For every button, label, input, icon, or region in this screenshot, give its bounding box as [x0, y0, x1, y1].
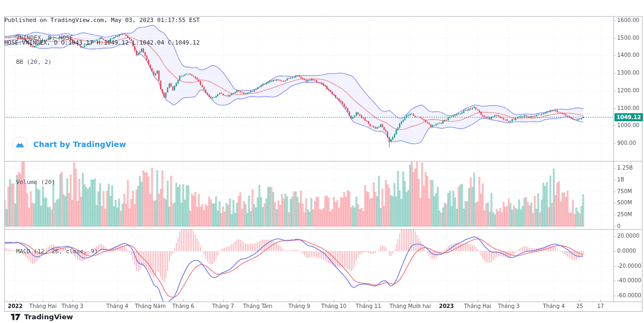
bollinger-legend: BB (20, 2)	[16, 58, 73, 66]
tradingview-attribution[interactable]: Chart by TradingView	[12, 136, 126, 152]
month-label: Tháng 9	[288, 303, 310, 309]
macd-tick-label: -60.0000	[617, 292, 641, 298]
price-tick-label: 1200.00	[617, 87, 639, 93]
volume-tick-label: 1.25B	[617, 165, 633, 171]
macd-legend: MACD (12, 26, close, 9)	[16, 247, 98, 255]
month-label: Tháng 7	[212, 303, 234, 309]
year-label: 2023	[439, 303, 454, 309]
symbol-legend: VNINDEX, D, HOSE	[16, 34, 73, 42]
macd-pane-legend[interactable]: MACD (12, 26, close, 9)	[16, 231, 98, 263]
tradingview-logo-icon	[11, 313, 21, 321]
macd-tick-label: -20.0000	[617, 263, 641, 269]
volume-tick-label: 750M	[617, 188, 632, 194]
footer-brand[interactable]: TradingView	[11, 313, 73, 321]
attribution-label: Chart by TradingView	[33, 140, 126, 149]
last-price-value: 1049.12	[617, 114, 641, 120]
macd-tick-label: -40.0000	[617, 277, 641, 283]
month-label: 25	[576, 303, 583, 309]
tradingview-cloud-icon	[12, 136, 28, 152]
macd-tick-label: 20.0000	[617, 233, 639, 239]
month-label: Tháng Tám	[243, 303, 273, 309]
year-label: 2022	[8, 303, 23, 309]
price-tick-label: 1100.00	[617, 105, 639, 111]
month-label: Tháng 11	[356, 303, 381, 309]
volume-tick-label: 500M	[617, 200, 632, 205]
price-tick-label: 1300.00	[617, 70, 639, 76]
price-tick-label: 1000.00	[617, 122, 639, 128]
month-label: Tháng 6	[172, 303, 194, 309]
month-label: Tháng 10	[321, 303, 347, 309]
price-pane-legend[interactable]: VNINDEX, D, HOSE BB (20, 2)	[16, 18, 73, 74]
volume-pane-legend[interactable]: Volume (20)	[16, 162, 55, 194]
month-label: 17	[597, 303, 604, 309]
month-label: Tháng Mười hai	[390, 303, 431, 309]
volume-tick-label: 1B	[617, 177, 624, 182]
price-tick-label: 1600.00	[617, 17, 639, 23]
volume-legend: Volume (20)	[16, 178, 55, 186]
volume-tick-label: 0	[617, 223, 620, 229]
month-label: Tháng Năm	[135, 303, 166, 309]
last-price-badge: 1049.12	[614, 113, 643, 121]
price-tick-label: 1500.00	[617, 35, 639, 41]
month-label: Tháng Hai	[464, 303, 492, 309]
volume-tick-label: 250M	[617, 211, 632, 217]
month-label: Tháng 3	[61, 303, 83, 309]
month-label: Tháng Hai	[30, 303, 57, 309]
month-label: Tháng 4	[543, 303, 565, 309]
footer-brand-label: TradingView	[24, 313, 73, 321]
price-tick-label: 1400.00	[617, 52, 639, 58]
month-label: Tháng 4	[106, 303, 128, 309]
price-tick-label: 900.00	[617, 140, 636, 146]
month-label: Tháng 3	[498, 303, 520, 309]
macd-tick-label: 0.0000	[617, 248, 636, 254]
